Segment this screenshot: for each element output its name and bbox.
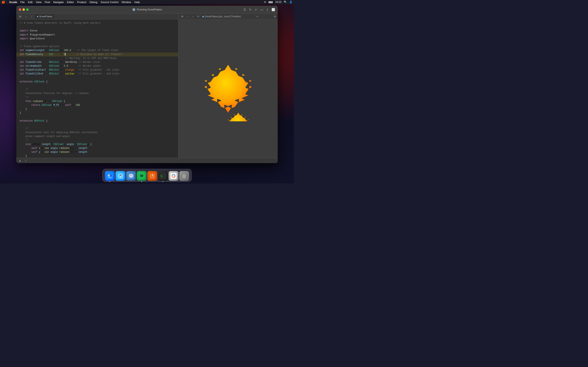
apple-menu[interactable]: 🍎 <box>2 0 5 4</box>
menubar-time: 19:23 <box>275 1 281 3</box>
preview-toolbar: ⊞ ‹ › ↻ ◆ SnowFlakes.pla...ound (Timelin… <box>178 13 278 20</box>
svg-point-6 <box>111 175 111 176</box>
preview-breadcrumb: ◆ SnowFlakes.pla...ound (Timeline) <box>202 15 241 18</box>
dock-item-trash[interactable] <box>179 171 189 181</box>
code-line <box>16 84 178 88</box>
split-view-button[interactable]: ▭ <box>260 8 264 12</box>
dock-item-finder[interactable] <box>105 171 115 181</box>
navigator-toggle[interactable]: ⊞ <box>18 14 22 19</box>
code-line <box>16 76 178 80</box>
breadcrumb-file: SnowFlakes.pla...ound (Timeline) <box>205 15 241 18</box>
menubar-xcode[interactable]: Xcode <box>9 1 17 4</box>
dock-item-instruments[interactable] <box>147 171 157 181</box>
dock-item-tweetbot[interactable] <box>126 171 136 181</box>
swift-file-icon: ◆ <box>37 15 38 18</box>
svg-point-23 <box>131 174 132 174</box>
list-view-button[interactable]: ☰ <box>242 8 247 12</box>
menubar-navigate[interactable]: Navigate <box>53 1 64 4</box>
window-title: ❄️ Running SnowFlakes <box>132 8 162 11</box>
wifi-icon: ≋ <box>264 1 266 3</box>
user-avatar: 👤 <box>289 1 292 3</box>
code-line: } <box>16 107 178 111</box>
menubar-file[interactable]: File <box>20 1 25 4</box>
menubar-source-control[interactable]: Source Control <box>101 1 118 4</box>
svg-point-5 <box>109 175 109 176</box>
bottom-stop-btn[interactable]: □ <box>24 159 28 163</box>
code-line: let flakeFillStart: NSColor = .orange //… <box>16 68 178 72</box>
traffic-lights <box>19 8 29 11</box>
preview-close-btn[interactable]: + <box>256 15 258 18</box>
svg-point-31 <box>152 175 153 176</box>
menubar-left: 🍎 Xcode File Edit View Find Navigate Edi… <box>2 0 140 4</box>
code-panel: ⊞ ‹ › ◆ SnowFlakes // A snow flakes gene… <box>16 13 178 158</box>
code-line: // Warning: >4 is CPU and RAM-heavy <box>16 57 178 60</box>
split-vertical-button[interactable]: ▯ <box>265 8 269 12</box>
file-tab-name: SnowFlakes <box>39 15 52 18</box>
code-line <box>16 25 178 29</box>
minimize-button[interactable] <box>22 8 25 11</box>
dock-item-spotify[interactable] <box>137 171 147 181</box>
dock: $_ <box>102 169 192 182</box>
code-line <box>16 41 178 45</box>
menubar-debug[interactable]: Debug <box>90 1 97 4</box>
tweetbot-icon <box>128 173 134 179</box>
menubar-edit[interactable]: Edit <box>28 1 33 4</box>
svg-point-22 <box>130 174 131 174</box>
file-tab-snowflakes[interactable]: ◆ SnowFlakes <box>35 15 54 18</box>
preview-canvas <box>178 20 278 158</box>
menubar-product[interactable]: Product <box>77 1 86 4</box>
close-button[interactable] <box>19 8 21 11</box>
dock-active-dot <box>141 181 142 182</box>
menubar-find[interactable]: Find <box>45 1 50 4</box>
preview-panel: ⊞ ‹ › ↻ ◆ SnowFlakes.pla...ound (Timelin… <box>178 13 278 158</box>
code-line: import Cocoa <box>16 29 178 33</box>
menubar-editor[interactable]: Editor <box>67 1 74 4</box>
svg-point-39 <box>173 175 174 176</box>
dock-item-safari[interactable] <box>116 171 125 181</box>
snowflake-svg <box>198 56 259 121</box>
code-line: /* <box>16 88 178 92</box>
fullscreen-button[interactable]: ⬜ <box>271 8 275 12</box>
svg-text:$_: $_ <box>161 175 164 177</box>
menubar-window[interactable]: Window <box>122 1 131 4</box>
svg-point-25 <box>139 174 144 178</box>
preview-back-btn[interactable]: ‹ <box>185 14 190 19</box>
code-toolbar: ⊞ ‹ › ◆ SnowFlakes <box>16 13 178 20</box>
preview-forward-btn[interactable]: › <box>191 14 195 19</box>
battery-icon: ▮▮▮ <box>268 1 273 3</box>
safari-icon <box>117 173 124 179</box>
svg-point-19 <box>132 175 132 175</box>
breadcrumb-icon: ◆ <box>202 15 204 18</box>
menubar-help[interactable]: Help <box>134 1 140 4</box>
svg-rect-43 <box>183 174 185 175</box>
dock-item-photos[interactable] <box>169 171 178 181</box>
code-line: return CGFloat(M_PI) * self / 180 <box>16 103 178 107</box>
code-line: extension NSPoint { <box>16 119 178 123</box>
window-title-text: Running SnowFlakes <box>137 8 162 11</box>
dock-item-terminal[interactable]: $_ <box>158 171 168 181</box>
menubar-view[interactable]: View <box>36 1 42 4</box>
code-content[interactable]: // A snow flakes generator in Swift, usi… <box>16 20 178 158</box>
bottom-up-btn[interactable]: ▲ <box>18 159 22 163</box>
dock-active-dot <box>109 181 110 182</box>
preview-refresh-btn[interactable]: ↻ <box>196 14 200 19</box>
code-line: } <box>16 111 178 115</box>
code-line: let flakeStroke: NSColor = .darkGray // … <box>16 60 178 64</box>
trash-icon <box>181 173 187 179</box>
instruments-icon <box>149 173 156 179</box>
forward-button[interactable]: › <box>29 14 34 19</box>
return-button[interactable]: ↩ <box>254 8 258 12</box>
refresh-button[interactable]: ↻ <box>248 8 252 12</box>
maximize-button[interactable] <box>26 8 29 11</box>
search-icon[interactable]: 🔍 <box>284 1 287 3</box>
bottom-bar: ▲ □ <box>16 158 278 163</box>
titlebar-right: ☰ ↻ ↩ ▭ ▯ ⬜ <box>242 8 275 12</box>
spotify-icon <box>138 173 145 179</box>
preview-close-x-btn[interactable]: ✕ <box>274 15 276 18</box>
photos-icon <box>170 173 177 179</box>
cursor <box>65 53 66 56</box>
code-line-highlighted: let flakeDensity: Int = 5 // Increase to… <box>16 53 178 57</box>
terminal-icon: $_ <box>160 173 166 179</box>
back-button[interactable]: ‹ <box>24 14 28 19</box>
preview-grid-btn[interactable]: ⊞ <box>180 14 185 19</box>
